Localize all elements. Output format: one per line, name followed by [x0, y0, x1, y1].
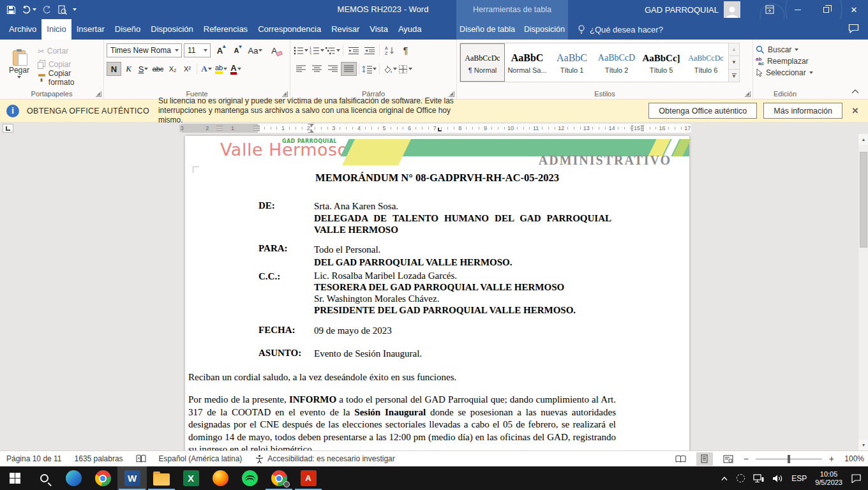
style-titulo-1[interactable]: AaBbC Título 1 [550, 43, 594, 82]
collapse-ribbon-icon[interactable] [851, 89, 859, 94]
customize-toolbar-icon[interactable] [73, 8, 77, 11]
tab-ayuda[interactable]: Ayuda [393, 19, 427, 40]
zoom-slider-thumb[interactable] [788, 455, 790, 463]
taskbar-spotify[interactable] [235, 466, 264, 490]
style-normal[interactable]: AaBbCcDc ¶ Normal [460, 43, 505, 82]
taskbar-search-button[interactable] [29, 466, 59, 490]
find-button[interactable]: Buscar [756, 45, 814, 54]
scroll-down-icon[interactable]: ▼ [858, 440, 868, 450]
message-bar-close-icon[interactable]: ✕ [842, 106, 868, 115]
tab-insertar[interactable]: Insertar [71, 19, 110, 40]
taskbar-acrobat[interactable]: A [294, 466, 323, 490]
shading-button[interactable] [382, 62, 398, 76]
taskbar-word[interactable]: W [117, 466, 147, 490]
undo-dropdown-icon[interactable] [33, 8, 36, 11]
strikethrough-button[interactable]: abc [151, 62, 165, 76]
subscript-button[interactable]: X₂ [165, 62, 180, 76]
tab-stop-marker[interactable] [438, 128, 442, 131]
change-case-button[interactable]: Aa [246, 43, 265, 57]
tray-icon[interactable] [737, 474, 745, 482]
tab-selector[interactable] [3, 124, 13, 133]
language-indicator[interactable]: Español (América latina) [159, 454, 243, 463]
accessibility-status[interactable]: Accesibilidad: es necesario investigar [255, 454, 394, 464]
portapapeles-dialog-launcher[interactable] [96, 91, 101, 97]
more-info-button[interactable]: Más información [763, 103, 842, 119]
action-center-icon[interactable] [851, 473, 862, 483]
shrink-font-button[interactable]: A▼ [229, 43, 244, 57]
zoom-out-button[interactable]: − [744, 454, 749, 464]
tray-chevron-icon[interactable] [721, 476, 728, 481]
read-mode-button[interactable] [673, 452, 689, 466]
replace-button[interactable]: abac Reemplazar [756, 57, 814, 66]
word-count[interactable]: 1635 palabras [75, 454, 123, 463]
grow-font-button[interactable]: A▲ [213, 43, 227, 57]
tab-correspondencia[interactable]: Correspondencia [253, 19, 326, 40]
account-area[interactable]: GAD PARROQUIAL [645, 0, 740, 19]
scrollbar-thumb[interactable] [860, 152, 867, 248]
tab-disposicion[interactable]: Disposición [146, 19, 198, 40]
select-button[interactable]: Seleccionar [756, 68, 814, 77]
estilos-dialog-launcher[interactable] [745, 91, 751, 97]
align-left-button[interactable] [293, 62, 309, 76]
font-name-combo[interactable]: Times New Roma [107, 43, 182, 57]
zoom-slider[interactable] [756, 452, 822, 466]
table-column-marker[interactable] [216, 125, 223, 131]
save-icon[interactable] [6, 5, 16, 15]
network-icon[interactable] [753, 474, 764, 483]
zoom-in-button[interactable]: + [829, 454, 834, 464]
underline-button[interactable]: S [136, 62, 151, 76]
bold-button[interactable]: N [107, 62, 121, 76]
style-titulo-5[interactable]: AaBbCc] Título 5 [639, 43, 684, 82]
tab-revisar[interactable]: Revisar [326, 19, 364, 40]
style-normal-sa[interactable]: AaBbC Normal Sa... [505, 43, 550, 82]
paste-button[interactable]: Pegar [3, 42, 36, 84]
sort-button[interactable]: AZ [382, 43, 398, 57]
start-button[interactable] [0, 466, 29, 490]
clear-formatting-button[interactable]: A [267, 43, 281, 57]
numbering-button[interactable]: 123 [309, 43, 325, 57]
styles-scroll-down-icon[interactable]: ▼ [729, 56, 739, 69]
taskbar-excel[interactable]: X [176, 466, 206, 490]
avatar[interactable] [724, 1, 740, 18]
get-genuine-office-button[interactable]: Obtenga Office auténtico [648, 103, 757, 119]
web-layout-button[interactable] [720, 452, 737, 466]
tab-inicio[interactable]: Inicio [41, 19, 71, 40]
taskbar-firefox[interactable] [206, 466, 235, 490]
style-titulo-6[interactable]: AaBbCcDc Título 6 [684, 43, 728, 82]
align-center-button[interactable] [309, 62, 325, 76]
clock[interactable]: 10:05 9/5/2023 [815, 470, 842, 487]
scroll-up-icon[interactable]: ▲ [858, 134, 868, 145]
minimize-button[interactable] [784, 0, 812, 19]
font-size-combo[interactable]: 11 [184, 43, 211, 57]
taskbar-chrome[interactable] [88, 466, 117, 490]
document-page[interactable]: GAD PARROQUIAL Valle Hermoso ADMINISTRAT… [185, 136, 689, 450]
borders-button[interactable] [398, 62, 414, 76]
vertical-scrollbar[interactable]: ▲ ▼ [858, 134, 868, 450]
text-effects-button[interactable]: A [199, 62, 214, 76]
tab-disposicion-tabla[interactable]: Disposición [520, 19, 569, 40]
superscript-button[interactable]: X² [180, 62, 195, 76]
tab-diseno[interactable]: Diseño [110, 19, 146, 40]
show-paragraph-marks-button[interactable]: ¶ [398, 43, 414, 57]
taskbar-chrome-profile[interactable] [264, 466, 294, 490]
restore-button[interactable] [812, 0, 840, 19]
proofing-icon[interactable] [136, 454, 146, 463]
justify-button[interactable] [341, 62, 357, 76]
paste-dropdown-icon[interactable] [17, 76, 21, 78]
tab-vista[interactable]: Vista [364, 19, 393, 40]
ribbon-display-options-icon[interactable] [756, 0, 784, 19]
align-right-button[interactable] [325, 62, 341, 76]
print-layout-button[interactable] [696, 452, 713, 466]
tab-diseno-de-tabla[interactable]: Diseño de tabla [455, 19, 520, 40]
styles-more-icon[interactable]: ▼ [729, 70, 739, 82]
language-tray[interactable]: ESP [791, 474, 807, 483]
multilevel-list-button[interactable] [325, 43, 341, 57]
table-column-marker[interactable] [253, 125, 260, 131]
highlight-color-button[interactable]: ab [214, 62, 228, 76]
close-button[interactable]: ✕ [840, 0, 868, 19]
taskbar-edge[interactable] [59, 466, 88, 490]
style-titulo-2[interactable]: AaBbCcD Título 2 [594, 43, 639, 82]
print-preview-icon[interactable] [57, 5, 67, 15]
ruler-band[interactable]: 3211234567891011121314151617 [182, 124, 689, 133]
feedback-icon[interactable] [848, 24, 859, 33]
